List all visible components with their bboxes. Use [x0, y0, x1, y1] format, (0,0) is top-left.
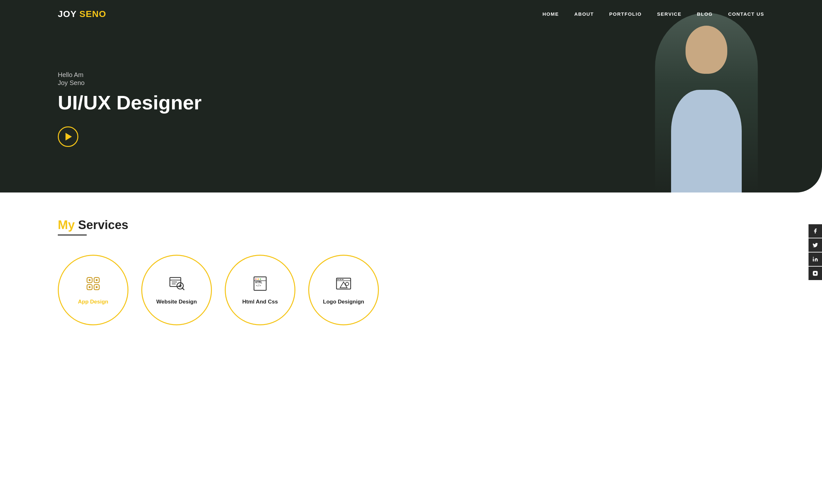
- nav-item-blog[interactable]: BLOG: [697, 11, 713, 17]
- html-css-icon: HTML </>: [252, 275, 269, 294]
- nav-item-contact[interactable]: CONTACT US: [728, 11, 764, 17]
- logo-part1: JOY: [58, 9, 77, 19]
- svg-point-22: [258, 278, 259, 280]
- svg-point-9: [89, 286, 90, 288]
- linkedin-icon: [812, 256, 818, 262]
- hero-greeting: Hello Am: [58, 71, 764, 79]
- svg-point-10: [96, 286, 98, 288]
- nav-item-service[interactable]: SERVICE: [657, 11, 681, 17]
- nav-item-about[interactable]: ABOUT: [574, 11, 594, 17]
- logo-design-label: Logo Designign: [323, 299, 364, 305]
- svg-text:</>: </>: [256, 284, 261, 287]
- play-icon: [65, 133, 72, 141]
- nav-item-home[interactable]: HOME: [543, 11, 559, 17]
- instagram-button[interactable]: [809, 267, 822, 280]
- nav-links: HOME ABOUT PORTFOLIO SERVICE BLOG CONTAC…: [543, 11, 764, 17]
- svg-point-7: [89, 279, 90, 281]
- play-button[interactable]: [58, 126, 78, 147]
- twitter-button[interactable]: [809, 238, 822, 252]
- website-design-label: Website Design: [156, 299, 197, 305]
- logo-design-icon: [335, 275, 352, 294]
- navbar: JOY SENO HOME ABOUT PORTFOLIO SERVICE BL…: [0, 0, 822, 28]
- twitter-icon: [812, 242, 818, 248]
- services-heading-rest: Services: [78, 218, 128, 232]
- services-section: My Services App Design: [0, 192, 822, 345]
- svg-point-8: [96, 279, 98, 281]
- services-heading-accent: My: [58, 218, 75, 232]
- svg-point-27: [346, 282, 349, 286]
- instagram-icon: [812, 270, 818, 276]
- linkedin-button[interactable]: [809, 252, 822, 266]
- svg-point-21: [255, 278, 257, 280]
- logo-part2: SENO: [79, 9, 106, 19]
- services-underline: [58, 235, 87, 235]
- logo[interactable]: JOY SENO: [58, 9, 106, 19]
- services-grid: App Design Website Design: [58, 255, 764, 325]
- service-card-app-design[interactable]: App Design: [58, 255, 128, 325]
- svg-point-23: [260, 278, 261, 280]
- svg-line-16: [182, 288, 184, 290]
- nav-item-portfolio[interactable]: PORTFOLIO: [609, 11, 642, 17]
- service-card-html-css[interactable]: HTML </> Html And Css: [225, 255, 296, 325]
- hero-section: Hello Am Joy Seno UI/UX Designer: [0, 0, 822, 192]
- facebook-icon: [812, 228, 818, 234]
- svg-point-0: [813, 257, 814, 258]
- hero-content: Hello Am Joy Seno UI/UX Designer: [0, 20, 822, 173]
- facebook-button[interactable]: [809, 224, 822, 238]
- hero-name: Joy Seno: [58, 79, 764, 87]
- app-design-icon: [84, 275, 102, 294]
- app-design-label: App Design: [78, 299, 108, 305]
- service-card-logo-design[interactable]: Logo Designign: [308, 255, 379, 325]
- website-design-icon: [168, 275, 185, 294]
- social-sidebar: [809, 224, 822, 280]
- svg-text:HTML: HTML: [255, 281, 262, 284]
- html-css-label: Html And Css: [243, 299, 278, 305]
- hero-title: UI/UX Designer: [58, 92, 764, 114]
- service-card-website-design[interactable]: Website Design: [141, 255, 212, 325]
- services-heading: My Services: [58, 218, 764, 232]
